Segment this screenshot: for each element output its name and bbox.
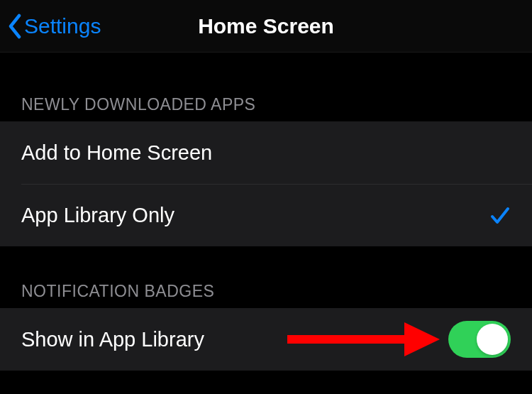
list-group-notification-badges: Show in App Library — [0, 308, 532, 371]
nav-bar: Settings Home Screen — [0, 0, 532, 53]
option-add-to-home-screen[interactable]: Add to Home Screen — [0, 121, 532, 184]
option-app-library-only[interactable]: App Library Only — [21, 184, 532, 246]
row-show-in-app-library[interactable]: Show in App Library — [0, 308, 532, 371]
section-header-notification-badges: NOTIFICATION BADGES — [0, 246, 532, 308]
back-button[interactable]: Settings — [0, 0, 101, 52]
section-header-newly-downloaded: NEWLY DOWNLOADED APPS — [0, 53, 532, 121]
checkmark-icon — [489, 205, 511, 226]
toggle-show-in-app-library[interactable] — [448, 321, 511, 358]
page-title: Home Screen — [198, 14, 334, 38]
toggle-label: Show in App Library — [21, 328, 204, 351]
toggle-knob — [477, 324, 508, 355]
option-label: Add to Home Screen — [21, 141, 212, 165]
option-label: App Library Only — [21, 204, 174, 227]
chevron-left-icon — [7, 13, 23, 39]
back-label: Settings — [24, 14, 101, 38]
list-group-newly-downloaded: Add to Home Screen App Library Only — [0, 121, 532, 246]
